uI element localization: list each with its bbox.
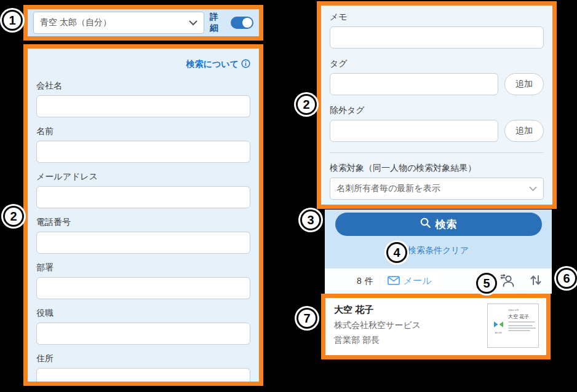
exclude-tag-input[interactable] [330, 120, 498, 142]
form-field-memo: メモ [330, 10, 544, 49]
owner-select[interactable]: 青空 太郎（自分） [33, 12, 204, 34]
about-search-label: 検索について [186, 59, 239, 70]
owner-bar: 青空 太郎（自分） 詳細 [28, 9, 259, 36]
detail-toggle-label: 詳細 [210, 12, 227, 34]
highlight-box-right-form: メモ タグ 追加 除外タグ 追加 検索対象（同一人物の検索対象結果） [317, 1, 557, 209]
form-field-position: 役職 [36, 307, 250, 345]
about-search-link[interactable]: 検索について [186, 59, 250, 70]
memo-label: メモ [330, 10, 544, 23]
position-input[interactable] [36, 323, 250, 345]
form-field-department: 部署 [36, 261, 250, 299]
annotation-marker-7: 7 [296, 308, 317, 329]
highlight-box-result: 大空 花子 株式会社秋空サービス 営業部 部長 AKSR 営業部 部長 大空 花… [321, 294, 551, 359]
mail-button[interactable]: メール [382, 272, 437, 290]
form-field-company: 会社名 [36, 79, 250, 117]
result-list-item[interactable]: 大空 花子 株式会社秋空サービス 営業部 部長 AKSR 営業部 部長 大空 花… [325, 298, 546, 355]
memo-input[interactable] [330, 26, 544, 49]
form-field-search-target: 検索対象（同一人物の検索対象結果） 名刺所有者毎の最新を表示 [330, 162, 544, 200]
form-field-address: 住所 [36, 352, 250, 382]
email-input[interactable] [36, 186, 250, 208]
search-form-left: 検索について 会社名 名前 メールアドレス 電話番号 [28, 49, 259, 382]
merge-person-icon [499, 272, 515, 291]
card-thumb-textline [508, 321, 535, 323]
annotation-marker-5: 5 [476, 273, 497, 294]
annotation-marker-3: 3 [300, 210, 321, 230]
clear-conditions-link[interactable]: 検索条件クリア [408, 245, 469, 255]
merge-person-button[interactable] [498, 271, 516, 292]
card-thumb-textline [508, 327, 536, 329]
annotation-marker-2-left: 2 [3, 206, 24, 227]
result-count: 8 件 [357, 276, 373, 287]
info-icon [241, 59, 250, 70]
owner-select-value: 青空 太郎（自分） [40, 17, 189, 28]
business-card-thumbnail: AKSR 営業部 部長 大空 花子 [487, 304, 539, 348]
search-button-label: 検索 [436, 218, 458, 232]
annotation-marker-2-right: 2 [296, 94, 317, 115]
company-label: 会社名 [36, 79, 250, 92]
department-input[interactable] [36, 277, 250, 299]
name-input[interactable] [36, 141, 250, 163]
chevron-down-icon [189, 18, 197, 28]
tag-input[interactable] [330, 73, 498, 95]
email-label: メールアドレス [36, 170, 250, 182]
card-thumb-textline [508, 330, 530, 331]
card-logo-icon [494, 319, 503, 330]
highlight-box-left-form: 検索について 会社名 名前 メールアドレス 電話番号 [23, 44, 263, 386]
result-count-unit: 件 [365, 276, 373, 287]
company-input[interactable] [36, 95, 250, 117]
phone-label: 電話番号 [36, 216, 250, 228]
form-field-email: メールアドレス [36, 170, 250, 208]
card-thumb-textline [508, 325, 533, 326]
address-input[interactable] [36, 368, 250, 382]
annotation-marker-6: 6 [556, 268, 577, 289]
tag-add-button[interactable]: 追加 [504, 73, 544, 95]
form-field-phone: 電話番号 [36, 216, 250, 254]
form-field-tag: タグ 追加 [330, 57, 544, 95]
chevron-down-icon [529, 184, 537, 194]
search-button[interactable]: 検索 [335, 213, 542, 236]
annotation-marker-1: 1 [2, 10, 23, 31]
card-thumb-name: 大空 花子 [508, 313, 536, 320]
phone-input[interactable] [36, 232, 250, 254]
toggle-knob [242, 18, 252, 28]
mail-button-label: メール [404, 275, 432, 287]
annotation-marker-4: 4 [386, 242, 407, 263]
annotated-search-screen: 1 2 2 3 4 5 6 7 青空 太郎（自分） 詳細 検索について [0, 0, 577, 392]
department-label: 部署 [36, 261, 250, 273]
results-toolbar: 8 件 メール [325, 269, 552, 294]
address-label: 住所 [36, 352, 250, 364]
card-thumb-dept: 営業部 部長 [508, 309, 523, 312]
form-field-name: 名前 [36, 125, 250, 163]
search-icon [420, 217, 431, 232]
detail-toggle[interactable] [231, 17, 253, 29]
name-label: 名前 [36, 125, 250, 137]
exclude-tag-label: 除外タグ [330, 104, 544, 116]
search-target-value: 名刺所有者毎の最新を表示 [336, 183, 529, 194]
position-label: 役職 [36, 307, 250, 319]
card-logo-text: AKSR [495, 332, 501, 334]
divider [330, 152, 544, 153]
search-action-panel: 検索 検索条件クリア [325, 210, 552, 269]
exclude-tag-add-button[interactable]: 追加 [504, 120, 544, 142]
sort-arrows-icon [528, 273, 543, 290]
form-field-exclude-tag: 除外タグ 追加 [330, 104, 544, 142]
highlight-box-owner: 青空 太郎（自分） 詳細 [23, 5, 263, 41]
search-target-select[interactable]: 名刺所有者毎の最新を表示 [330, 178, 544, 200]
mail-icon [388, 276, 400, 287]
sort-button[interactable] [527, 272, 544, 291]
card-logo: AKSR [491, 309, 506, 345]
search-form-right: メモ タグ 追加 除外タグ 追加 検索対象（同一人物の検索対象結果） [321, 6, 552, 205]
search-target-label: 検索対象（同一人物の検索対象結果） [330, 162, 544, 174]
tag-label: タグ [330, 57, 544, 69]
result-count-value: 8 [357, 276, 362, 286]
